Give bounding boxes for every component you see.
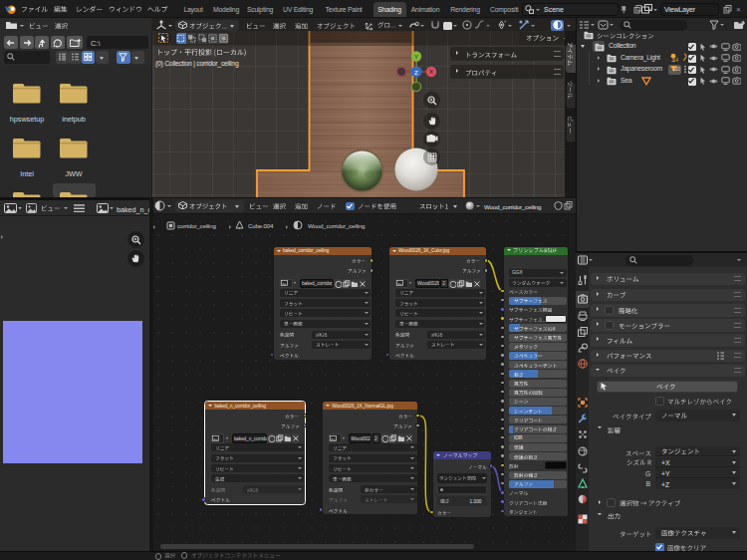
svg-text:Y: Y — [414, 54, 418, 60]
svg-text:Z: Z — [414, 69, 418, 76]
svg-text:X: X — [429, 69, 433, 75]
